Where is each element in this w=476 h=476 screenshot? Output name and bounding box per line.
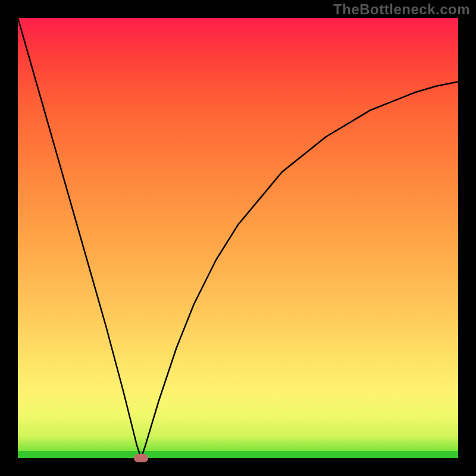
minimum-marker — [134, 454, 148, 462]
plot-frame — [18, 18, 458, 458]
baseline-green-band — [18, 451, 458, 458]
chart-container: TheBottleneck.com — [0, 0, 476, 476]
watermark-text: TheBottleneck.com — [333, 1, 470, 18]
plot-gradient-background — [18, 18, 458, 458]
